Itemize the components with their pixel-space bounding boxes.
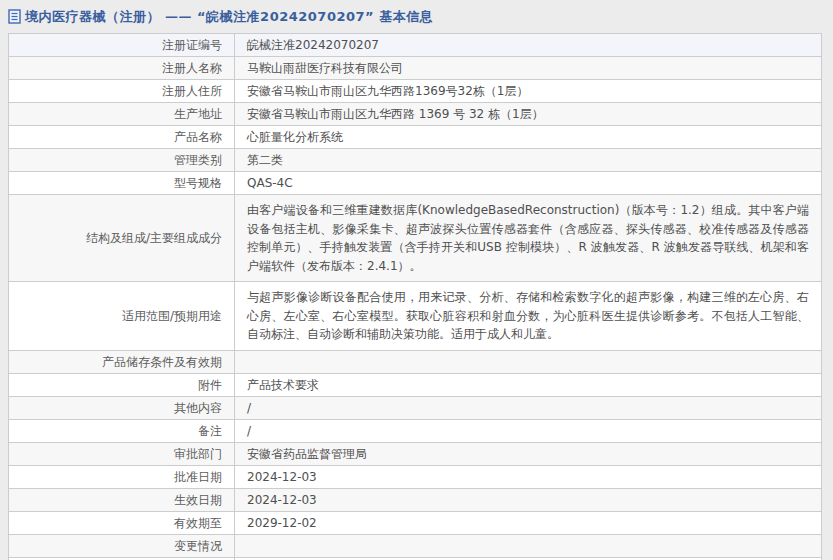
table-row-registrant-address: 注册人住所 安徽省马鞍山市雨山区九华西路1369号32栋（1层） <box>9 80 821 103</box>
row-label: 结构及组成/主要组成成分 <box>9 195 235 281</box>
table-row-registrant-name: 注册人名称 马鞍山雨甜医疗科技有限公司 <box>9 57 821 80</box>
table-row-management-category: 管理类别 第二类 <box>9 149 821 172</box>
registration-info-table: 注册证编号 皖械注准20242070207 注册人名称 马鞍山雨甜医疗科技有限公… <box>8 33 822 560</box>
row-value: 安徽省马鞍山市雨山区九华西路 1369 号 32 栋（1层） <box>235 103 821 125</box>
table-row-change-status: 变更情况 <box>9 535 821 558</box>
table-row-effective-date: 生效日期 2024-12-03 <box>9 489 821 512</box>
row-label: 审批部门 <box>9 443 235 465</box>
table-row-remarks: 备注 / <box>9 420 821 443</box>
table-row-other-content: 其他内容 / <box>9 397 821 420</box>
row-label: 注册人名称 <box>9 57 235 79</box>
row-label: 批准日期 <box>9 466 235 488</box>
row-label: 其他内容 <box>9 397 235 419</box>
row-value: / <box>235 420 821 442</box>
table-row-attachment: 附件 产品技术要求 <box>9 374 821 397</box>
row-label: 注册证编号 <box>9 34 235 56</box>
row-value <box>235 535 821 557</box>
table-row-storage-conditions: 产品储存条件及有效期 <box>9 351 821 374</box>
row-label: 附件 <box>9 374 235 396</box>
table-row-certificate-number: 注册证编号 皖械注准20242070207 <box>9 34 821 57</box>
row-label: 产品名称 <box>9 126 235 148</box>
row-label: 变更情况 <box>9 535 235 557</box>
page-header: 境内医疗器械（注册） —— “皖械注准20242070207” 基本信息 <box>0 0 833 33</box>
row-label: 生产地址 <box>9 103 235 125</box>
row-label: 备注 <box>9 420 235 442</box>
row-value: 第二类 <box>235 149 821 171</box>
row-value: 与超声影像诊断设备配合使用，用来记录、分析、存储和检索数字化的超声影像，构建三维… <box>235 282 821 350</box>
row-label: 注册人住所 <box>9 80 235 102</box>
row-label: 适用范围/预期用途 <box>9 282 235 350</box>
row-label: 有效期至 <box>9 512 235 534</box>
row-value: 2029-12-02 <box>235 512 821 534</box>
table-row-expiry-date: 有效期至 2029-12-02 <box>9 512 821 535</box>
table-row-approval-department: 审批部门 安徽省药品监督管理局 <box>9 443 821 466</box>
row-value: 由客户端设备和三维重建数据库(KnowledgeBasedReconstruct… <box>235 195 821 281</box>
document-icon <box>8 9 21 24</box>
row-value: / <box>235 397 821 419</box>
table-row-product-name: 产品名称 心脏量化分析系统 <box>9 126 821 149</box>
row-value: 安徽省药品监督管理局 <box>235 443 821 465</box>
row-value: 心脏量化分析系统 <box>235 126 821 148</box>
row-value: QAS-4C <box>235 172 821 194</box>
row-value: 2024-12-03 <box>235 466 821 488</box>
page-title: 境内医疗器械（注册） —— “皖械注准20242070207” 基本信息 <box>25 8 433 26</box>
row-label: 型号规格 <box>9 172 235 194</box>
row-value: 安徽省马鞍山市雨山区九华西路1369号32栋（1层） <box>235 80 821 102</box>
row-value: 皖械注准20242070207 <box>235 34 821 56</box>
row-value <box>235 351 821 373</box>
table-row-approval-date: 批准日期 2024-12-03 <box>9 466 821 489</box>
row-value: 2024-12-03 <box>235 489 821 511</box>
row-label: 生效日期 <box>9 489 235 511</box>
row-label: 管理类别 <box>9 149 235 171</box>
table-row-model-spec: 型号规格 QAS-4C <box>9 172 821 195</box>
table-row-production-address: 生产地址 安徽省马鞍山市雨山区九华西路 1369 号 32 栋（1层） <box>9 103 821 126</box>
table-row-structure-composition: 结构及组成/主要组成成分 由客户端设备和三维重建数据库(KnowledgeBas… <box>9 195 821 282</box>
row-label: 产品储存条件及有效期 <box>9 351 235 373</box>
row-value: 马鞍山雨甜医疗科技有限公司 <box>235 57 821 79</box>
row-value: 产品技术要求 <box>235 374 821 396</box>
table-row-intended-use: 适用范围/预期用途 与超声影像诊断设备配合使用，用来记录、分析、存储和检索数字化… <box>9 282 821 351</box>
